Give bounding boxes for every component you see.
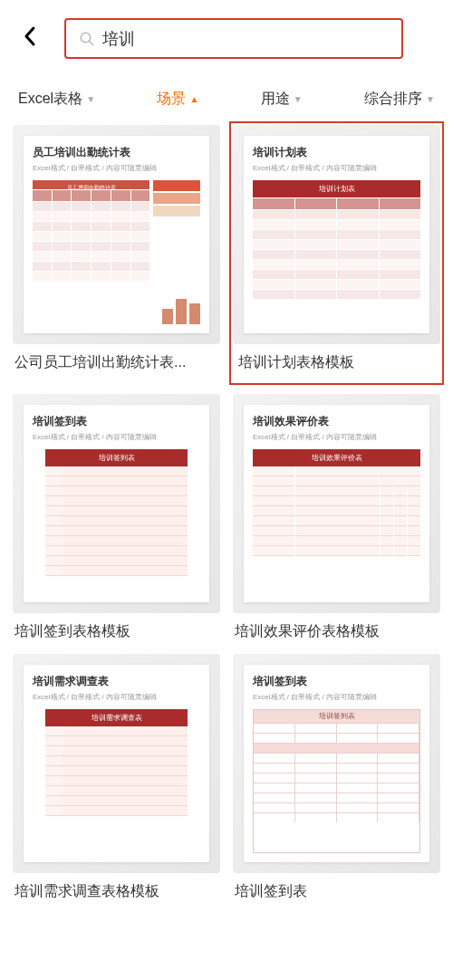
template-thumbnail: 培训签到表 Excel格式 / 自带格式 / 内容可随意编辑 培训签到表 <box>13 394 220 613</box>
template-title: 培训需求调查表格模板 <box>13 882 220 901</box>
template-card[interactable]: 培训签到表 Excel格式 / 自带格式 / 内容可随意编辑 培训签到表 <box>13 394 220 641</box>
doc-title: 培训效果评价表 <box>253 414 420 429</box>
template-title: 培训效果评价表格模板 <box>233 622 440 641</box>
template-card[interactable]: 员工培训出勤统计表 Excel格式 / 自带格式 / 内容可随意编辑 员工培训出… <box>13 125 220 381</box>
doc-subtitle: Excel格式 / 自带格式 / 内容可随意编辑 <box>33 163 200 173</box>
doc-title: 培训签到表 <box>33 414 200 429</box>
template-card[interactable]: 培训效果评价表 Excel格式 / 自带格式 / 内容可随意编辑 培训效果评价表… <box>233 394 440 641</box>
doc-subtitle: Excel格式 / 自带格式 / 内容可随意编辑 <box>33 432 200 442</box>
filter-bar: Excel表格 ▼ 场景 ▲ 用途 ▼ 综合排序 ▼ <box>0 77 453 125</box>
mini-table-header: 培训需求调查表 <box>45 709 188 726</box>
template-thumbnail: 培训计划表 Excel格式 / 自带格式 / 内容可随意编辑 培训计划表 <box>233 125 440 344</box>
mini-table-header: 培训效果评价表 <box>253 449 420 466</box>
filter-label: 场景 <box>157 90 186 109</box>
template-thumbnail: 员工培训出勤统计表 Excel格式 / 自带格式 / 内容可随意编辑 员工培训出… <box>13 125 220 344</box>
doc-title: 员工培训出勤统计表 <box>33 145 200 160</box>
filter-scene[interactable]: 场景 ▲ <box>157 90 198 109</box>
template-thumbnail: 培训效果评价表 Excel格式 / 自带格式 / 内容可随意编辑 培训效果评价表 <box>233 394 440 613</box>
doc-subtitle: Excel格式 / 自带格式 / 内容可随意编辑 <box>253 692 420 702</box>
chevron-down-icon: ▼ <box>86 94 95 104</box>
filter-label: 综合排序 <box>364 90 422 109</box>
doc-subtitle: Excel格式 / 自带格式 / 内容可随意编辑 <box>253 163 420 173</box>
chevron-up-icon: ▲ <box>189 94 198 104</box>
template-title: 公司员工培训出勤统计表... <box>13 353 220 372</box>
template-thumbnail: 培训需求调查表 Excel格式 / 自带格式 / 内容可随意编辑 培训需求调查表 <box>13 654 220 873</box>
search-icon <box>79 31 95 47</box>
search-box[interactable] <box>64 18 403 59</box>
doc-title: 培训需求调查表 <box>33 674 200 689</box>
filter-label: Excel表格 <box>18 90 82 109</box>
template-card[interactable]: 培训计划表 Excel格式 / 自带格式 / 内容可随意编辑 培训计划表 培 <box>229 121 444 385</box>
template-title: 培训计划表格模板 <box>233 353 440 372</box>
mini-table-header: 员工培训出勤统计表 <box>33 180 149 189</box>
mini-chart-icon <box>153 293 200 324</box>
doc-title: 培训计划表 <box>253 145 420 160</box>
doc-subtitle: Excel格式 / 自带格式 / 内容可随意编辑 <box>253 432 420 442</box>
back-icon[interactable] <box>14 24 46 53</box>
mini-table-header: 培训签到表 <box>254 710 419 723</box>
doc-subtitle: Excel格式 / 自带格式 / 内容可随意编辑 <box>33 692 200 702</box>
template-title: 培训签到表 <box>233 882 440 901</box>
template-title: 培训签到表格模板 <box>13 622 220 641</box>
template-thumbnail: 培训签到表 Excel格式 / 自带格式 / 内容可随意编辑 培训签到表 <box>233 654 440 873</box>
chevron-down-icon: ▼ <box>294 94 303 104</box>
search-input[interactable] <box>102 29 389 48</box>
filter-excel[interactable]: Excel表格 ▼ <box>18 90 95 109</box>
mini-table-header: 培训签到表 <box>45 449 188 466</box>
doc-title: 培训签到表 <box>253 674 420 689</box>
mini-table-header: 培训计划表 <box>253 180 420 197</box>
filter-label: 用途 <box>261 90 290 109</box>
template-grid: 员工培训出勤统计表 Excel格式 / 自带格式 / 内容可随意编辑 员工培训出… <box>0 125 453 901</box>
filter-usage[interactable]: 用途 ▼ <box>261 90 303 109</box>
chevron-down-icon: ▼ <box>426 94 435 104</box>
filter-sort[interactable]: 综合排序 ▼ <box>364 90 435 109</box>
svg-line-1 <box>89 41 93 45</box>
template-card[interactable]: 培训签到表 Excel格式 / 自带格式 / 内容可随意编辑 培训签到表 培 <box>233 654 440 901</box>
template-card[interactable]: 培训需求调查表 Excel格式 / 自带格式 / 内容可随意编辑 培训需求调查表… <box>13 654 220 901</box>
